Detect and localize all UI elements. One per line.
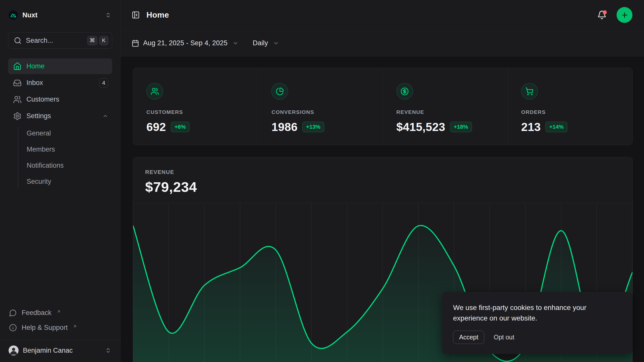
sidebar-item-label: Inbox [26,79,43,87]
sidebar-footer: FeedbackHelp & Support [8,305,112,335]
sidebar-item-inbox[interactable]: Inbox 4 [8,75,112,91]
page-title: Home [146,10,169,20]
date-range-value: Aug 21, 2025 - Sep 4, 2025 [143,39,227,47]
sidebar-subitem-general[interactable]: General [8,125,112,141]
panel-left-close-icon [132,11,140,19]
stat-card: ORDERS 213 +14% [508,68,632,145]
stat-card: CONVERSIONS 1986 +13% [258,68,383,145]
search-shortcut: ⌘ K [87,36,108,45]
inbox-count-badge: 4 [99,78,108,87]
chevrons-up-down-icon [105,12,111,18]
stat-label: ORDERS [521,109,622,115]
kbd-meta: ⌘ [87,36,97,45]
cookie-actions: Accept Opt out [453,331,622,344]
users-icon [151,87,159,96]
users-icon [13,95,22,104]
footer-item-label: Feedback [22,309,52,317]
stat-label: CONVERSIONS [271,109,373,115]
notifications-button[interactable] [597,10,607,20]
sidebar-item-home[interactable]: Home [8,58,112,74]
team-switcher[interactable]: Nuxt [8,10,112,20]
feedback-icon [9,309,17,317]
settings-sub-menu: GeneralMembersNotificationsSecurity [8,125,112,190]
toolbar: Aug 21, 2025 - Sep 4, 2025 Daily [120,30,644,56]
opt-out-button[interactable]: Opt out [494,334,514,341]
sidebar-toggle-button[interactable] [132,11,140,19]
sidebar-item-label: Customers [26,96,59,103]
chevrons-up-down-icon [105,347,111,353]
sidebar-item-label: Home [26,62,45,70]
feedback-link[interactable]: Feedback [8,305,112,320]
sidebar-spacer [8,191,112,305]
user-name: Benjamin Canac [23,347,73,354]
dollar-circle-icon [400,87,409,96]
page-header: Home [120,0,644,30]
date-range-picker[interactable]: Aug 21, 2025 - Sep 4, 2025 [132,39,238,48]
stat-card: REVENUE $415,523 +18% [383,68,508,145]
revenue-label: REVENUE [145,169,620,175]
sidebar-subitem-members[interactable]: Members [8,141,112,157]
granularity-value: Daily [253,39,268,47]
stat-delta-badge: +13% [302,122,324,132]
stat-value: 692 [146,120,166,134]
nuxt-logo [9,10,18,20]
inbox-icon [13,79,22,87]
revenue-header: REVENUE $79,234 [133,157,632,195]
pie-chart-icon [276,87,284,96]
revenue-value: $79,234 [145,179,620,195]
notification-dot [603,10,607,14]
external-link-icon [57,309,61,314]
chevron-down-icon [273,40,279,46]
nuxt-logo-icon [11,13,16,17]
search-icon [14,37,22,44]
calendar-icon [132,39,139,48]
avatar [9,345,19,355]
user-menu[interactable]: Benjamin Canac [8,340,112,362]
stat-label: REVENUE [396,109,498,115]
stat-value: 213 [521,120,541,134]
stat-delta-badge: +18% [450,122,472,132]
sidebar-item-settings[interactable]: Settings [8,108,112,124]
help-icon [9,324,17,332]
stat-value: 1986 [271,120,298,134]
cart-icon [525,87,534,96]
chevron-down-icon [232,40,238,46]
sidebar-subitem-notifications[interactable]: Notifications [8,157,112,173]
sidebar-item-customers[interactable]: Customers [8,92,112,107]
sidebar: Nuxt Search... ⌘ K Home Inbox 4 Customer… [0,0,120,362]
chevron-up-icon [102,113,108,119]
external-link-icon [73,324,77,329]
sidebar-header: Nuxt [8,7,112,23]
stat-value: $415,523 [396,120,445,134]
search-input[interactable]: Search... ⌘ K [8,32,112,49]
cookie-message: We use first-party cookies to enhance yo… [453,302,614,324]
cookie-banner: We use first-party cookies to enhance yo… [442,292,633,354]
stat-delta-badge: +14% [545,122,567,132]
accept-button[interactable]: Accept [453,331,484,344]
stats-cards: CUSTOMERS 692 +6% CONVERSIONS 1986 +13% … [133,68,633,145]
sidebar-nav: Home Inbox 4 Customers Settings GeneralM… [8,58,112,191]
add-button[interactable] [617,7,632,23]
search-placeholder: Search... [26,37,53,44]
stat-card: CUSTOMERS 692 +6% [133,68,258,145]
sidebar-subitem-security[interactable]: Security [8,173,112,190]
team-name: Nuxt [22,11,37,19]
plus-icon [621,11,629,19]
home-icon [13,62,22,71]
help-link[interactable]: Help & Support [8,320,112,335]
kbd-k: K [99,36,108,45]
footer-item-label: Help & Support [22,324,68,332]
sidebar-item-label: Settings [26,112,51,120]
granularity-select[interactable]: Daily [253,39,279,47]
stat-label: CUSTOMERS [146,109,248,115]
gear-icon [13,112,22,120]
stat-delta-badge: +6% [171,122,190,132]
